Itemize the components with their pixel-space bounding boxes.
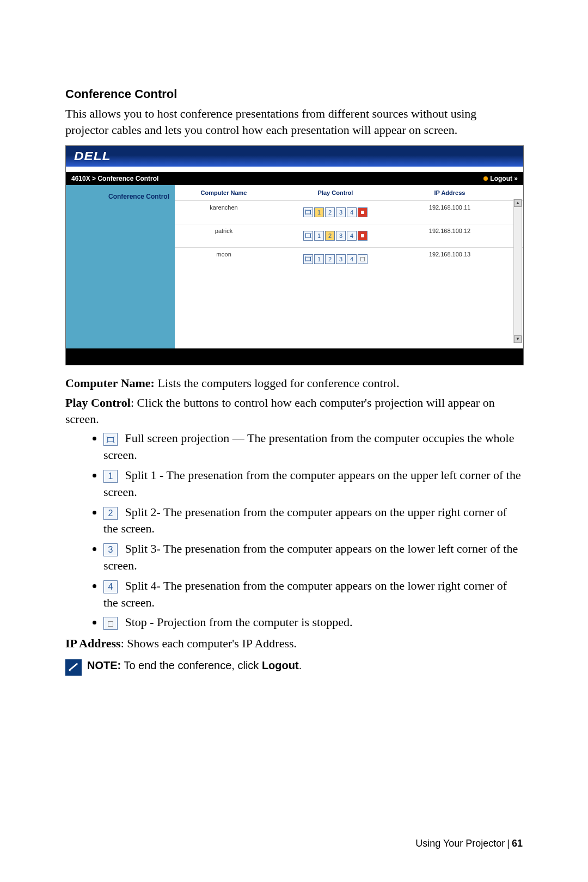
split-2-button[interactable]: 2: [325, 207, 335, 217]
def-ip-address: IP Address: Shows each computer's IP Add…: [65, 635, 523, 652]
breadcrumb-bar: 4610X > Conference Control Logout »: [66, 172, 523, 185]
split-4-button[interactable]: 4: [347, 254, 357, 264]
stop-button[interactable]: [358, 207, 367, 217]
conference-table-area: Computer Name Play Control IP Address ka…: [175, 185, 523, 348]
bullet-text: Full screen projection — The presentatio…: [103, 431, 514, 462]
conference-control-screenshot: DELL 4610X > Conference Control Logout »…: [65, 145, 524, 365]
cell-ip-address: 192.168.100.11: [398, 201, 501, 224]
split-3-button[interactable]: 3: [336, 207, 346, 217]
bullet-item: 4 Split 4- The presenation from the comp…: [103, 578, 523, 611]
stop-button[interactable]: [358, 254, 367, 264]
bullet-text: Split 4- The presenation from the comput…: [103, 579, 507, 609]
split-2-button[interactable]: 2: [325, 254, 335, 264]
bullet-item: Full screen projection — The presentatio…: [103, 430, 523, 464]
stop-icon: [103, 617, 118, 630]
table-row: karenchen1234192.168.100.11: [175, 200, 523, 224]
split-3-button[interactable]: 3: [336, 231, 346, 241]
header-play-control: Play Control: [273, 185, 398, 200]
section-heading: Conference Control: [65, 87, 523, 101]
scrollbar[interactable]: ▲ ▼: [513, 199, 522, 343]
split-2-button[interactable]: 2: [325, 231, 335, 241]
stop-button[interactable]: [358, 231, 367, 241]
header-computer-name: Computer Name: [175, 185, 273, 200]
fullscreen-button[interactable]: [303, 231, 313, 241]
svg-rect-0: [306, 211, 311, 215]
scroll-down-icon[interactable]: ▼: [514, 335, 522, 343]
header-ip-address: IP Address: [398, 185, 501, 200]
split-3-button[interactable]: 3: [336, 254, 346, 264]
note-icon: [65, 659, 82, 676]
split-1-icon: 1: [103, 470, 118, 483]
def-play-control: Play Control: Click the buttons to contr…: [65, 395, 523, 427]
svg-rect-2: [306, 258, 311, 261]
page-footer: Using Your Projector|61: [415, 838, 523, 849]
logo-bar: DELL: [66, 146, 523, 167]
scroll-up-icon[interactable]: ▲: [514, 199, 522, 207]
table-row: moon1234192.168.100.13: [175, 247, 523, 271]
cell-computer-name: patrick: [175, 224, 273, 247]
bullet-text: Stop - Projection from the computer is s…: [122, 615, 352, 629]
def-computer-name: Computer Name: Lists the computers logge…: [65, 375, 523, 391]
split-3-icon: 3: [103, 543, 118, 556]
table-header-row: Computer Name Play Control IP Address: [175, 185, 523, 200]
play-control-bullets: Full screen projection — The presentatio…: [103, 430, 523, 631]
split-4-icon: 4: [103, 580, 118, 593]
svg-rect-3: [108, 438, 114, 442]
fullscreen-button[interactable]: [303, 254, 313, 264]
bullet-item: 2 Split 2- The presenation from the comp…: [103, 504, 523, 538]
bullet-item: 3 Split 3- The presenation from the comp…: [103, 541, 523, 574]
split-1-button[interactable]: 1: [314, 254, 324, 264]
split-4-button[interactable]: 4: [347, 207, 357, 217]
bullet-item: Stop - Projection from the computer is s…: [103, 614, 523, 631]
split-4-button[interactable]: 4: [347, 231, 357, 241]
cell-play-control: 1234: [273, 224, 398, 247]
bullet-item: 1 Split 1 - The presenation from the com…: [103, 467, 523, 501]
breadcrumb: 4610X > Conference Control: [71, 175, 158, 182]
left-nav: Conference Control: [66, 185, 175, 348]
note-row: NOTE: To end the conference, click Logou…: [65, 659, 523, 676]
note-text: NOTE: To end the conference, click Logou…: [87, 659, 302, 672]
intro-paragraph: This allows you to host conference prese…: [65, 106, 523, 138]
logout-dot-icon: [483, 176, 488, 181]
left-nav-item[interactable]: Conference Control: [66, 193, 169, 200]
bullet-text: Split 2- The presenation from the comput…: [103, 505, 507, 536]
fullscreen-icon: [103, 433, 118, 446]
bullet-text: Split 3- The presenation from the comput…: [103, 542, 518, 572]
cell-computer-name: moon: [175, 248, 273, 271]
split-2-icon: 2: [103, 507, 118, 520]
cell-ip-address: 192.168.100.13: [398, 248, 501, 271]
fullscreen-button[interactable]: [303, 207, 313, 217]
dell-logo: DELL: [74, 149, 111, 163]
cell-play-control: 1234: [273, 248, 398, 271]
cell-computer-name: karenchen: [175, 201, 273, 224]
split-1-button[interactable]: 1: [314, 207, 324, 217]
cell-ip-address: 192.168.100.12: [398, 224, 501, 247]
cell-play-control: 1234: [273, 201, 398, 224]
screenshot-footer: [66, 348, 523, 365]
bullet-text: Split 1 - The presenation from the compu…: [103, 468, 521, 499]
split-1-button[interactable]: 1: [314, 231, 324, 241]
svg-rect-1: [306, 234, 311, 238]
table-row: patrick1234192.168.100.12: [175, 224, 523, 247]
logout-link[interactable]: Logout »: [483, 175, 518, 182]
